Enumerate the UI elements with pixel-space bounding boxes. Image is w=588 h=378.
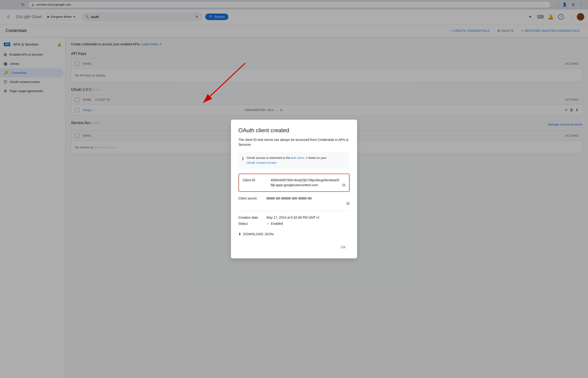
- secret-block-2: [276, 197, 280, 200]
- secret-copy-row: ⧉: [238, 201, 350, 206]
- modal-info-text: OAuth access is restricted to the test u…: [247, 156, 327, 165]
- client-id-section: Client ID 456644097308-r8vojt1fj4736ps3b…: [238, 174, 350, 192]
- secret-block-3: [281, 197, 291, 200]
- status-row: Status ✓ Enabled: [238, 221, 350, 226]
- status-label: Status: [238, 222, 266, 225]
- secret-block-5: [298, 197, 307, 200]
- test-users-link[interactable]: test users: [291, 156, 304, 160]
- client-secret-dots: [266, 197, 312, 200]
- copy-client-id-button[interactable]: ⧉: [342, 183, 345, 188]
- client-secret-label: Client secret: [238, 196, 266, 200]
- modal-dialog: OAuth client created The client ID and s…: [231, 120, 357, 259]
- modal-info-box: ℹ OAuth access is restricted to the test…: [238, 152, 350, 169]
- secret-block-1: [266, 197, 275, 200]
- creation-date-row: Creation date May 17, 2024 at 5:32:06 PM…: [238, 216, 350, 219]
- info-icon: ℹ: [242, 156, 244, 165]
- status-text: Enabled: [271, 222, 283, 225]
- modal-title: OAuth client created: [238, 127, 350, 134]
- oauth-consent-link[interactable]: OAuth consent screen: [247, 161, 277, 164]
- download-icon: ⬇: [238, 232, 241, 236]
- client-secret-row: Client secret: [238, 196, 350, 200]
- copy-secret-button[interactable]: ⧉: [347, 201, 350, 206]
- modal-description: The client ID and secret can always be a…: [238, 137, 350, 147]
- client-id-value: 456644097308-r8vojt1fj4736ps3bugrhkrokea…: [271, 178, 340, 188]
- download-json-button[interactable]: ⬇ DOWNLOAD JSON: [238, 230, 274, 238]
- modal-footer: OK: [238, 243, 350, 251]
- client-id-field: Client ID 456644097308-r8vojt1fj4736ps3b…: [243, 178, 345, 188]
- secret-block-4: [292, 197, 297, 200]
- creation-date-value: May 17, 2024 at 5:32:06 PM GMT+2: [266, 216, 319, 219]
- ok-button[interactable]: OK: [337, 243, 350, 251]
- svg-line-1: [203, 63, 245, 103]
- modal-overlay[interactable]: OAuth client created The client ID and s…: [0, 0, 588, 378]
- status-check-icon: ✓: [266, 221, 270, 226]
- secret-block-6: [308, 197, 312, 200]
- client-id-label: Client ID: [243, 178, 271, 182]
- status-value: ✓ Enabled: [266, 221, 283, 226]
- creation-date-label: Creation date: [238, 216, 266, 219]
